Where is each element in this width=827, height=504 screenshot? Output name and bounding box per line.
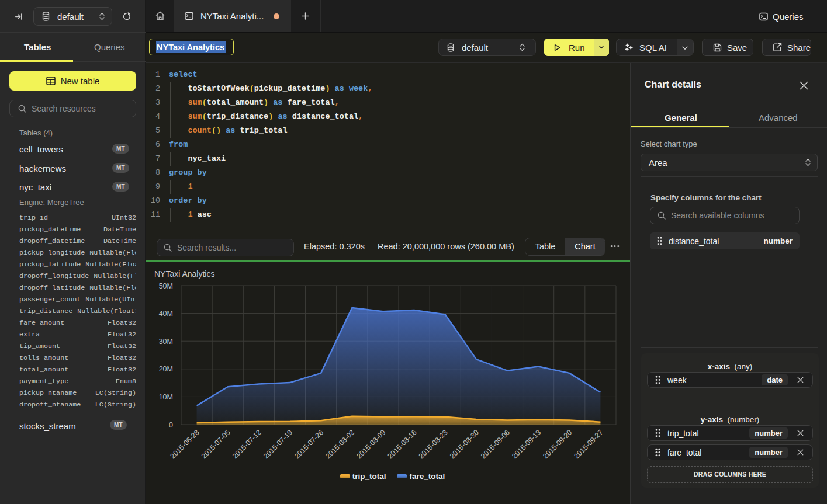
svg-text:2015-07-12: 2015-07-12 (231, 428, 263, 460)
svg-text:40M: 40M (159, 310, 173, 318)
svg-text:2015-09-27: 2015-09-27 (572, 428, 604, 460)
svg-text:2015-08-23: 2015-08-23 (417, 428, 449, 460)
svg-text:30M: 30M (159, 338, 173, 346)
svg-text:2015-09-06: 2015-09-06 (479, 428, 511, 460)
svg-text:2015-06-28: 2015-06-28 (169, 428, 201, 460)
svg-text:2015-09-20: 2015-09-20 (541, 428, 573, 460)
svg-text:2015-07-05: 2015-07-05 (200, 428, 232, 460)
svg-text:10M: 10M (159, 393, 173, 401)
svg-text:20M: 20M (159, 365, 173, 373)
svg-text:0: 0 (169, 421, 173, 429)
svg-text:2015-08-30: 2015-08-30 (448, 428, 480, 460)
svg-text:2015-08-09: 2015-08-09 (355, 428, 387, 460)
svg-text:2015-07-26: 2015-07-26 (293, 428, 325, 460)
svg-text:2015-09-13: 2015-09-13 (510, 428, 542, 460)
svg-text:50M: 50M (159, 282, 173, 290)
svg-text:2015-07-19: 2015-07-19 (262, 428, 294, 460)
svg-text:2015-08-16: 2015-08-16 (386, 428, 418, 460)
svg-text:2015-08-02: 2015-08-02 (324, 428, 356, 460)
